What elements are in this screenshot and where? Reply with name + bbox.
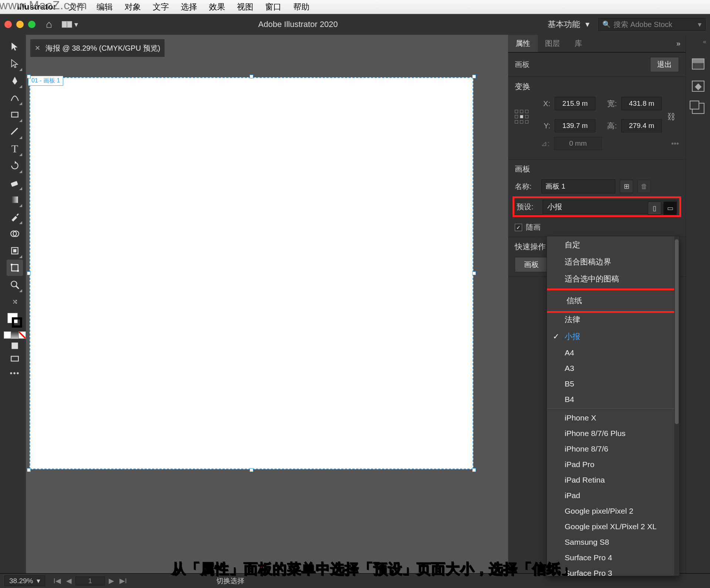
arrange-documents-button[interactable]: ▾: [62, 20, 78, 29]
edit-toolbar-button[interactable]: •••: [10, 369, 20, 378]
preset-option[interactable]: 自定: [547, 236, 679, 253]
menu-edit[interactable]: 编辑: [97, 1, 113, 13]
menu-view[interactable]: 视图: [237, 1, 253, 13]
w-field[interactable]: 431.8 m: [621, 97, 662, 110]
mode-color[interactable]: [4, 331, 11, 339]
svg-rect-0: [11, 112, 18, 117]
preset-option[interactable]: Surface Pro 3: [547, 565, 679, 576]
preset-option[interactable]: iPhone 8/7/6: [547, 441, 679, 457]
zoom-level-dropdown[interactable]: 38.29%▾: [4, 575, 45, 586]
stock-search-field[interactable]: 🔍 搜索 Adobe Stock ▾: [598, 18, 706, 31]
preset-option[interactable]: B5: [547, 376, 679, 392]
dock-panel-1-icon[interactable]: [692, 58, 704, 70]
window-minimize-button[interactable]: [16, 21, 24, 28]
preset-option[interactable]: 适合图稿边界: [547, 253, 679, 270]
dock-panel-3-icon[interactable]: [692, 103, 704, 114]
window-close-button[interactable]: [4, 21, 12, 28]
tab-libraries[interactable]: 库: [567, 35, 589, 52]
dock-expand-icon[interactable]: «: [703, 38, 706, 45]
new-artboard-icon[interactable]: ⊞: [620, 180, 633, 193]
preset-option[interactable]: iPhone 8/7/6 Plus: [547, 426, 679, 441]
orientation-landscape-icon[interactable]: ▭: [663, 202, 677, 215]
tool-rectangle[interactable]: [7, 107, 23, 123]
preset-option[interactable]: A4: [547, 345, 679, 361]
preset-option[interactable]: iPhone X: [547, 410, 679, 426]
tool-pen[interactable]: [7, 72, 23, 89]
artboard[interactable]: 01 - 画板 1: [30, 77, 473, 469]
menu-select[interactable]: 选择: [181, 1, 197, 13]
preset-option[interactable]: Google pixel/Pixel 2: [547, 503, 679, 519]
menu-file[interactable]: 文件: [68, 1, 85, 13]
x-field[interactable]: 215.9 m: [555, 97, 595, 110]
preset-option[interactable]: Surface Pro 4: [547, 550, 679, 565]
tool-eyedropper[interactable]: [7, 209, 23, 225]
canvas[interactable]: 01 - 画板 1: [26, 57, 508, 573]
link-wh-icon[interactable]: ⛓: [667, 112, 675, 122]
svg-rect-8: [11, 264, 12, 265]
preset-option[interactable]: 信纸: [547, 288, 680, 313]
preset-option[interactable]: 适合选中的图稿: [547, 270, 679, 289]
artboard-name-field[interactable]: [541, 179, 615, 193]
panel-collapse-button[interactable]: »: [671, 39, 686, 48]
window-maximize-button[interactable]: [28, 21, 36, 28]
svg-rect-2: [11, 196, 18, 203]
preset-option[interactable]: B4: [547, 392, 679, 409]
tool-selection[interactable]: [7, 38, 23, 55]
tool-rotate[interactable]: [7, 158, 23, 174]
tool-zoom[interactable]: [7, 277, 23, 293]
artboard-navigator[interactable]: I◀◀ 1 ▶▶I: [52, 577, 128, 585]
tab-properties[interactable]: 属性: [508, 35, 538, 52]
delete-artboard-icon[interactable]: 🗑: [638, 180, 651, 193]
preset-option[interactable]: 法律: [547, 311, 679, 328]
workspace-switcher[interactable]: 基本功能▾: [548, 19, 589, 30]
preset-option[interactable]: Samsung S8: [547, 534, 679, 550]
preset-option[interactable]: Google pixel XL/Pixel 2 XL: [547, 519, 679, 534]
screen-mode[interactable]: [7, 353, 23, 365]
reference-point-grid[interactable]: [515, 110, 529, 124]
menu-help[interactable]: 帮助: [293, 1, 310, 13]
menu-object[interactable]: 对象: [125, 1, 141, 13]
fill-stroke-indicator[interactable]: [7, 313, 22, 328]
right-dock: «: [686, 35, 710, 573]
tab-layers[interactable]: 图层: [538, 35, 567, 52]
artboard-options-button[interactable]: 画板: [515, 257, 548, 272]
menu-type[interactable]: 文字: [153, 1, 169, 13]
tool-direct-selection[interactable]: [7, 55, 23, 72]
tool-type[interactable]: T: [7, 141, 23, 157]
tool-shape-builder[interactable]: [7, 226, 23, 242]
move-artwork-checkbox[interactable]: ✓ 随画: [515, 222, 679, 232]
h-field[interactable]: 279.4 m: [621, 119, 662, 132]
preset-option[interactable]: iPad Pro: [547, 457, 679, 472]
dock-panel-2-icon[interactable]: [692, 81, 704, 92]
exit-artboard-button[interactable]: 退出: [650, 57, 679, 72]
tool-curvature[interactable]: [7, 89, 23, 106]
orientation-portrait-icon[interactable]: ▯: [648, 202, 661, 215]
tool-swap-fill-stroke[interactable]: ⤭: [7, 294, 23, 310]
tool-live-paint-bucket[interactable]: [7, 243, 23, 259]
app-menu-name[interactable]: Illustrator: [17, 2, 57, 12]
mode-none[interactable]: [18, 331, 26, 339]
svg-rect-6: [13, 249, 17, 253]
artboard-options-title: 画板: [515, 164, 679, 174]
y-field[interactable]: 139.7 m: [555, 119, 595, 132]
menu-effect[interactable]: 效果: [209, 1, 225, 13]
y-label: Y:: [534, 122, 550, 130]
document-tab[interactable]: ✕ 海报 @ 38.29% (CMYK/GPU 预览): [30, 39, 165, 57]
preset-option[interactable]: iPad Retina: [547, 472, 679, 488]
tool-paintbrush[interactable]: [7, 124, 23, 140]
tool-gradient[interactable]: [7, 192, 23, 208]
preset-option[interactable]: 小报: [547, 328, 679, 345]
more-options-icon[interactable]: •••: [671, 139, 679, 148]
menu-window[interactable]: 窗口: [265, 1, 281, 13]
home-icon[interactable]: ⌂: [46, 18, 52, 30]
preset-menu: 自定适合图稿边界适合选中的图稿信纸法律小报A4A3B5B4iPhone XiPh…: [547, 236, 680, 576]
preset-option[interactable]: A3: [547, 361, 679, 376]
close-tab-icon[interactable]: ✕: [35, 44, 40, 52]
svg-line-11: [16, 286, 19, 289]
tool-eraser[interactable]: [7, 175, 23, 191]
svg-rect-1: [11, 181, 18, 187]
tool-artboard[interactable]: [7, 260, 23, 276]
preset-option[interactable]: iPad: [547, 488, 679, 503]
mode-gradient[interactable]: [11, 331, 18, 339]
draw-mode-normal[interactable]: [7, 339, 23, 352]
